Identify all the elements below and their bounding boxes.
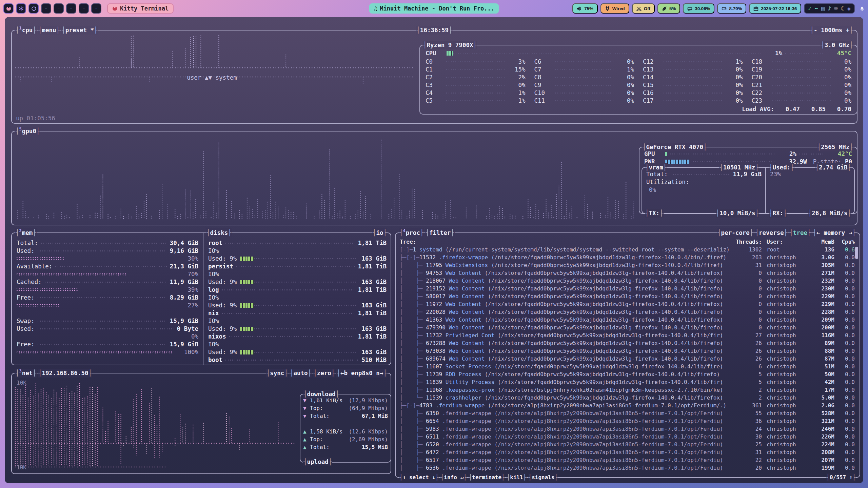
process-row[interactable]: │ ├─ 6654 .ferdium-wrappe (/nix/store/a1… [400,417,855,425]
status-chip-calendar[interactable]: 2025-07-22 16:36 [749,3,801,14]
tab-gpu0[interactable]: 5gpu0 [15,127,40,136]
launcher-cat-icon[interactable] [3,3,14,14]
process-row[interactable]: │ ├─ 41363 Web Content (/nix/store/fqadd… [400,316,855,324]
process-row[interactable]: ├─[-]─4783 .ferdium-wrappe (/nix/store/a… [400,402,855,409]
process-scrollbar[interactable] [855,247,858,470]
process-row[interactable]: │ ├─ 6472 .ferdium-wrappe (/nix/store/a1… [400,448,855,456]
status-chip-speaker[interactable]: 75% [572,3,598,14]
proc-action-kill[interactable]: kill [507,473,527,482]
net-mode-sync[interactable]: sync [266,369,288,378]
header-tree[interactable]: Tree: [400,238,735,246]
process-row[interactable]: │ ├─ 6517 .ferdium-wrappe (/nix/store/a1… [400,456,855,464]
process-row[interactable]: │ ├─ 11739 RDD Process (/nix/store/fqadd… [400,370,855,378]
proc-action-info[interactable]: info ↵ [440,473,467,482]
tab-disks[interactable]: disks [206,228,232,237]
launcher-nix-icon[interactable] [16,3,26,14]
process-row[interactable]: │ └─ 11539 crashhelper (/nix/store/fqadd… [400,394,855,402]
process-row[interactable]: [-]─1 systemd (/run/current-system/syste… [400,246,855,253]
gpu-panel: 5gpu0 GeForce RTX 4070 2565 MHz GPU 2% 4… [11,131,857,225]
launcher-refresh-icon[interactable] [28,3,39,14]
process-row[interactable]: │ ├─ 11839 Utility Process (/nix/store/f… [400,378,855,386]
check-icon[interactable]: ✓ [808,6,811,12]
proc-mode-reverse[interactable]: reverse [755,228,788,237]
process-row[interactable]: │ ├─ 11607 Socket Process (/nix/store/fq… [400,363,855,370]
media-player-button[interactable]: ♫ Minuit Machine - Don't Run Fro... [369,3,499,14]
process-threads: 0 [735,324,762,331]
proc-action-terminate[interactable]: terminate [469,473,505,482]
note-icon[interactable]: ♪ [828,6,831,12]
rate-label: Top: [310,404,323,412]
net-mode-auto[interactable]: auto [290,369,312,378]
status-chip-plug[interactable]: Wired [600,3,629,14]
process-row[interactable]: │ ├─ 219152 Web Content (/nix/store/fqad… [400,285,855,292]
net-interface-switcher[interactable]: ←b enp8s0 n→ [336,369,387,378]
process-pid: 11607 [426,363,446,370]
process-threads: 2 [735,386,762,394]
header-user[interactable]: User: [762,238,809,246]
status-chip-scissors[interactable]: Off [632,3,655,14]
process-row[interactable]: │ ├─ 6536 .ferdium-wrappe (/nix/store/a1… [400,464,855,472]
process-row[interactable]: │ ├─ 5983 .ferdium-wrappe (/nix/store/a1… [400,425,855,433]
wave-icon[interactable]: ~ [815,6,818,12]
process-row[interactable]: ├─[-]─11532 .firefox-wrappe (/nix/store/… [400,253,855,261]
header-memb[interactable]: MemB [809,238,834,246]
header-threads[interactable]: Threads: [735,238,762,246]
process-row[interactable]: │ ├─ 6350 .ferdium-wrappe (/nix/store/a1… [400,409,855,417]
process-row[interactable]: │ ├─ 479390 Web Content (/nix/store/fqad… [400,324,855,331]
bell-icon[interactable] [860,6,865,11]
process-pid: 6472 [426,449,442,455]
process-row[interactable]: │ ├─ 673038 Web Content (/nix/store/fqad… [400,347,855,355]
grid-icon[interactable]: ▤ [821,6,825,12]
process-row[interactable]: │ ├─ 6520 .ferdium-wrappe (/nix/store/a1… [400,441,855,448]
proc-mode-tree[interactable]: tree [789,228,811,237]
process-row[interactable]: │ ├─ 94753 Web Content (/nix/store/fqadd… [400,269,855,277]
net-mode-zero[interactable]: zero [313,369,335,378]
process-row[interactable]: │ ├─ 689674 Web Content (/nix/store/fqad… [400,355,855,363]
status-chip-disk[interactable]: 8.79% [717,3,746,14]
proc-action-select[interactable]: ↑ select ↓ [399,473,439,482]
process-row[interactable]: │ ├─ 11795 WebExtensions (/nix/store/fqa… [400,261,855,269]
workspace-button-3[interactable]: ▫ [66,3,76,14]
tab-net[interactable]: 3net [15,369,37,378]
taskbar-kitty-terminal[interactable]: Kitty Terminal [107,3,174,14]
keyboard-icon[interactable]: ⌨ [834,6,837,12]
preset-button[interactable]: preset * [61,26,98,35]
scrollbar-thumb[interactable] [855,247,858,259]
process-threads: 1302 [735,246,762,253]
tab-mem[interactable]: 2mem [15,228,37,237]
tab-cpu[interactable]: 1cpu [15,26,37,35]
process-row[interactable]: │ ├─ 11972 Web Content (/nix/store/fqadd… [400,300,855,308]
workspace-button-2[interactable]: ▫ [54,3,64,14]
process-command: (/nix/store/a1pj8hxirp2y2090nbwa7api3asi… [494,426,723,432]
filter-button[interactable]: filter [425,228,454,237]
shield-icon[interactable]: ◈ [847,6,851,12]
header-cpu[interactable]: Cpu% [834,238,855,246]
process-row[interactable]: │ ├─ 11968 .keepassxc-prox (/nix/store/b… [400,386,855,394]
proc-mode-memory[interactable]: ← memory → [813,228,856,237]
process-row[interactable]: │ ├─ 673288 Web Content (/nix/store/fqad… [400,339,855,347]
process-mem: 42M [809,378,834,386]
process-row[interactable]: │ ├─ 218067 Web Content (/nix/store/fqad… [400,277,855,285]
update-interval-control[interactable]: - 1000ms + [810,26,853,35]
status-chip-leaf[interactable]: 5% [657,3,680,14]
rx-label: RX: [769,209,787,218]
moon-icon[interactable]: ☾ [841,6,844,12]
process-command: (/nix/store/fqadd0bprwc5yw5k99xajbdqd1dz… [488,278,723,284]
workspace-button-1[interactable]: ▫ [41,3,51,14]
workspace-button-5[interactable]: ▫ [91,3,101,14]
tab-proc[interactable]: 4proc [399,228,424,237]
menu-button[interactable]: menu [38,26,60,35]
process-row[interactable]: │ ├─ 220028 Web Content (/nix/store/fqad… [400,308,855,316]
system-tray[interactable]: ✓~▤♪⌨☾◈ [804,3,855,14]
proc-action-signals[interactable]: signals [528,473,558,482]
process-user: christoph [762,363,809,370]
workspace-button-4[interactable]: ▫ [79,3,89,14]
process-row[interactable]: │ ├─ 11732 Privileged Cont (/nix/store/f… [400,331,855,339]
tab-io[interactable]: io [372,228,387,237]
core-label: C7 [534,66,552,74]
process-row[interactable]: │ ├─ 6511 .ferdium-wrappe (/nix/store/a1… [400,433,855,441]
cpu-usage-percent: 1% [764,49,782,57]
proc-mode-percore[interactable]: per-core [717,228,753,237]
process-row[interactable]: │ ├─ 580017 Web Content (/nix/store/fqad… [400,292,855,300]
status-chip-ram[interactable]: 30.06% [683,3,714,14]
